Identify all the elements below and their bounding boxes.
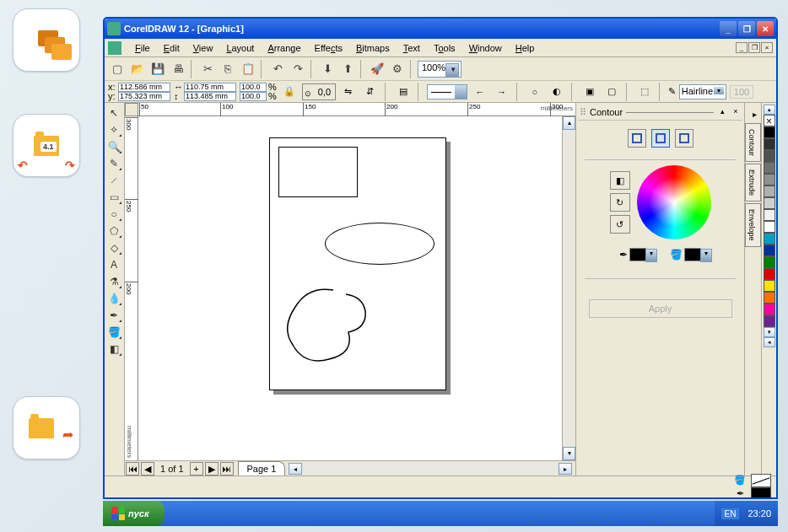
scale-y-input[interactable]: [240, 92, 267, 101]
doc-icon[interactable]: [108, 41, 121, 55]
undo-button[interactable]: ↶: [268, 60, 287, 78]
ruler-origin-button[interactable]: [125, 103, 138, 116]
mirror-v-button[interactable]: ⇵: [361, 83, 380, 101]
outline-width-select[interactable]: Hairline: [679, 84, 726, 99]
pick-tool[interactable]: ↖: [105, 105, 123, 121]
color-swatch[interactable]: [764, 233, 775, 245]
clock[interactable]: 23:20: [748, 508, 771, 519]
folders-capsule[interactable]: [13, 8, 80, 72]
palette-flyout-button[interactable]: ◂: [764, 337, 775, 347]
close-curve-button[interactable]: ○: [526, 83, 544, 101]
next-arrow-icon[interactable]: ↷: [65, 159, 75, 172]
maximize-button[interactable]: ❐: [738, 21, 755, 36]
prev-arrow-icon[interactable]: ↶: [18, 159, 28, 172]
print-button[interactable]: 🖶: [169, 60, 187, 78]
menu-layout[interactable]: Layout: [219, 41, 261, 55]
outline-indicator-icon[interactable]: ✒: [732, 487, 748, 500]
zoom-tool[interactable]: 🔍: [105, 138, 123, 155]
docker-titlebar[interactable]: ⠿ Contour ▴ ×: [578, 105, 742, 120]
apply-button[interactable]: Apply: [589, 299, 732, 318]
horizontal-ruler[interactable]: 50 100 150 200 250 300 millimeters: [138, 103, 575, 116]
horizontal-scrollbar[interactable]: ◂ ▸: [289, 463, 572, 475]
palette-up-button[interactable]: ▴: [764, 105, 775, 115]
color-swatch[interactable]: [764, 150, 775, 162]
polygon-tool[interactable]: ⬠: [105, 223, 123, 239]
to-back-button[interactable]: ▢: [602, 83, 621, 101]
freehand-tool[interactable]: ✎: [105, 155, 123, 172]
color-swatch[interactable]: [764, 315, 775, 327]
scroll-down-button[interactable]: ▾: [563, 447, 575, 460]
next-page-button[interactable]: ▶: [205, 462, 219, 476]
to-front-button[interactable]: ▣: [580, 83, 599, 101]
save-button[interactable]: 💾: [148, 60, 167, 78]
color-swatch[interactable]: [764, 304, 775, 315]
corel-online-button[interactable]: ⚙: [388, 60, 407, 78]
color-swatch[interactable]: [764, 174, 775, 185]
scroll-track[interactable]: [563, 130, 575, 447]
page-tab[interactable]: Page 1: [238, 461, 286, 476]
end-arrow-button[interactable]: →: [493, 83, 511, 101]
mdi-restore-button[interactable]: ❐: [748, 42, 760, 53]
smart-draw-tool[interactable]: ⟋: [105, 172, 123, 189]
no-color-swatch[interactable]: ×: [764, 115, 775, 126]
color-swatch[interactable]: [764, 138, 775, 150]
menu-edit[interactable]: Edit: [157, 41, 186, 55]
last-page-button[interactable]: ⏭: [220, 462, 234, 476]
close-button[interactable]: ✕: [757, 21, 774, 36]
color-wheel[interactable]: [637, 165, 711, 239]
docker-tab-extrude[interactable]: Extrude: [745, 164, 761, 202]
menu-bitmaps[interactable]: Bitmaps: [349, 41, 397, 55]
contour-outside-button[interactable]: [675, 129, 694, 148]
menu-help[interactable]: Help: [509, 41, 542, 55]
basic-shapes-tool[interactable]: ◇: [105, 239, 123, 256]
start-button[interactable]: пуск: [103, 501, 165, 526]
freehand-shape[interactable]: [274, 282, 384, 374]
contour-to-center-button[interactable]: [628, 129, 646, 148]
menu-text[interactable]: Text: [397, 41, 427, 55]
palette-down-button[interactable]: ▾: [764, 327, 775, 337]
color-swatch[interactable]: [764, 268, 775, 280]
scroll-track[interactable]: [302, 463, 559, 475]
prev-page-button[interactable]: ◀: [141, 462, 154, 476]
fill-indicator-icon[interactable]: 🪣: [732, 474, 748, 487]
linear-blend-button[interactable]: ◧: [610, 171, 630, 190]
outline-black-swatch[interactable]: [751, 487, 771, 500]
add-page-button[interactable]: +: [190, 462, 203, 476]
scroll-right-button[interactable]: ▸: [559, 463, 572, 475]
export-capsule[interactable]: ➦: [13, 396, 80, 459]
color-swatch[interactable]: [764, 126, 775, 138]
title-bar[interactable]: CorelDRAW 12 - [Graphic1] _ ❐ ✕: [105, 19, 776, 39]
color-swatch[interactable]: [764, 197, 775, 209]
color-swatch[interactable]: [764, 221, 775, 233]
menu-effects[interactable]: Effects: [308, 41, 349, 55]
scroll-left-button[interactable]: ◂: [289, 463, 302, 475]
contour-inside-button[interactable]: [651, 129, 670, 148]
ccw-blend-button[interactable]: ↺: [610, 215, 630, 234]
interactive-fill-tool[interactable]: ◧: [105, 341, 123, 357]
docker-tab-contour[interactable]: Contour: [745, 123, 761, 162]
menu-view[interactable]: View: [186, 41, 220, 55]
new-button[interactable]: ▢: [108, 60, 127, 78]
import-button[interactable]: ⬇: [318, 60, 337, 78]
shape-tool[interactable]: ✧: [105, 121, 123, 138]
color-swatch[interactable]: [764, 162, 775, 174]
menu-file[interactable]: File: [128, 41, 157, 55]
mdi-close-button[interactable]: ×: [761, 42, 773, 53]
docker-close-button[interactable]: ×: [731, 107, 741, 117]
copy-button[interactable]: ⎘: [219, 60, 237, 78]
docker-tab-envelope[interactable]: Envelope: [745, 203, 761, 247]
drawing-canvas[interactable]: [138, 116, 562, 460]
eyedropper-tool[interactable]: 💧: [105, 290, 123, 307]
menu-arrange[interactable]: Arrange: [261, 41, 307, 55]
color-swatch[interactable]: [764, 185, 775, 197]
page-area[interactable]: [269, 137, 446, 390]
docker-grip-icon[interactable]: ⠿: [580, 107, 586, 118]
auto-close-button[interactable]: ◐: [548, 83, 566, 101]
fill-color-picker[interactable]: [684, 248, 701, 261]
lock-ratio-button[interactable]: 🔒: [280, 83, 299, 101]
y-input[interactable]: [118, 92, 170, 101]
export-button[interactable]: ⬆: [338, 60, 357, 78]
height-input[interactable]: [184, 92, 236, 101]
scroll-up-button[interactable]: ▴: [563, 116, 575, 130]
redo-button[interactable]: ↷: [289, 60, 307, 78]
